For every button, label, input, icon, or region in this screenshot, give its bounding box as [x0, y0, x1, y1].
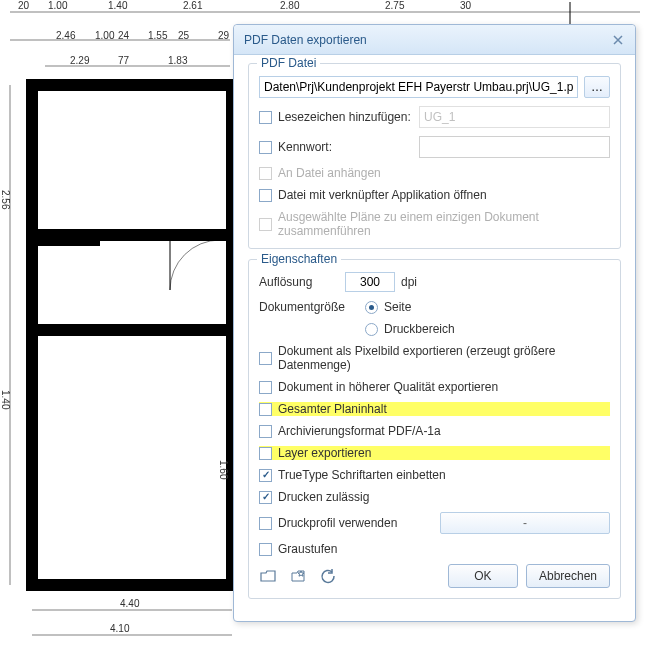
docsize-printarea-radio[interactable] [365, 323, 378, 336]
fieldset-legend: PDF Datei [257, 56, 320, 70]
dim: 4.40 [120, 598, 139, 609]
dim: 2.56 [0, 190, 11, 209]
dim: 1.40 [108, 0, 127, 11]
dim: 1.00 [48, 0, 67, 11]
pdf-export-dialog: PDF Daten exportieren PDF Datei … Leseze… [233, 24, 636, 622]
dim: 30 [460, 0, 471, 11]
dim: 24 [118, 30, 129, 41]
dim: 77 [118, 55, 129, 66]
merge-label: Ausgewählte Pläne zu einem einzigen Doku… [278, 210, 610, 238]
docsize-page-label: Seite [384, 300, 411, 314]
browse-button[interactable]: … [584, 76, 610, 98]
bookmark-checkbox[interactable] [259, 111, 272, 124]
dim: 2.75 [385, 0, 404, 11]
password-input[interactable] [419, 136, 610, 158]
pixel-checkbox[interactable] [259, 352, 272, 365]
dim: 1.55 [148, 30, 167, 41]
truetype-label: TrueType Schriftarten einbetten [278, 468, 446, 482]
folder-open-icon[interactable] [259, 567, 277, 585]
append-label: An Datei anhängen [278, 166, 381, 180]
dim: 1.83 [168, 55, 187, 66]
printallowed-checkbox[interactable] [259, 491, 272, 504]
bookmark-input[interactable] [419, 106, 610, 128]
append-checkbox [259, 167, 272, 180]
dim: 2.29 [70, 55, 89, 66]
highq-checkbox[interactable] [259, 381, 272, 394]
resolution-label: Auflösung [259, 275, 339, 289]
printprofile-button[interactable]: - [440, 512, 610, 534]
docsize-label: Dokumentgröße [259, 300, 359, 314]
dim: 1.40 [0, 390, 11, 409]
archival-checkbox[interactable] [259, 425, 272, 438]
docsize-page-radio[interactable] [365, 301, 378, 314]
password-checkbox[interactable] [259, 141, 272, 154]
bookmark-label: Lesezeichen hinzufügen: [278, 110, 413, 124]
close-icon[interactable] [611, 33, 625, 47]
dim: 1.00 [95, 30, 114, 41]
svg-rect-4 [32, 85, 232, 235]
dim: 2.80 [280, 0, 299, 11]
dialog-title-text: PDF Daten exportieren [244, 25, 367, 55]
password-label: Kennwort: [278, 140, 413, 154]
dialog-titlebar[interactable]: PDF Daten exportieren [234, 25, 635, 55]
resolution-input[interactable] [345, 272, 395, 292]
file-path-input[interactable] [259, 76, 578, 98]
archival-label: Archivierungsformat PDF/A-1a [278, 424, 441, 438]
printprofile-label: Druckprofil verwenden [278, 516, 434, 530]
ok-button[interactable]: OK [448, 564, 518, 588]
highq-label: Dokument in höherer Qualität exportieren [278, 380, 498, 394]
truetype-checkbox[interactable] [259, 469, 272, 482]
dim: 2.46 [56, 30, 75, 41]
dim: 1.60 [218, 460, 229, 479]
cancel-button[interactable]: Abbrechen [526, 564, 610, 588]
wholeplan-label: Gesamter Planinhalt [278, 402, 387, 416]
printallowed-label: Drucken zulässig [278, 490, 369, 504]
svg-rect-3 [32, 85, 232, 585]
dim: 25 [178, 30, 189, 41]
dim: 4.10 [110, 623, 129, 634]
fieldset-legend: Eigenschaften [257, 252, 341, 266]
grayscale-label: Graustufen [278, 542, 337, 556]
wholeplan-checkbox[interactable] [259, 403, 272, 416]
open-label: Datei mit verknüpfter Applikation öffnen [278, 188, 487, 202]
printprofile-checkbox[interactable] [259, 517, 272, 530]
merge-checkbox [259, 218, 272, 231]
pixel-label: Dokument als Pixelbild exportieren (erze… [278, 344, 610, 372]
docsize-printarea-label: Druckbereich [384, 322, 455, 336]
layer-label: Layer exportieren [278, 446, 371, 460]
dim: 20 [18, 0, 29, 11]
open-checkbox[interactable] [259, 189, 272, 202]
favorite-icon[interactable] [289, 567, 307, 585]
pdf-file-fieldset: PDF Datei … Lesezeichen hinzufügen: Kenn… [248, 63, 621, 249]
grayscale-checkbox[interactable] [259, 543, 272, 556]
dim: 29 [218, 30, 229, 41]
dim: 2.61 [183, 0, 202, 11]
layer-checkbox[interactable] [259, 447, 272, 460]
reset-icon[interactable] [319, 567, 337, 585]
properties-fieldset: Eigenschaften Auflösung dpi Dokumentgröß… [248, 259, 621, 599]
resolution-unit: dpi [401, 275, 417, 289]
